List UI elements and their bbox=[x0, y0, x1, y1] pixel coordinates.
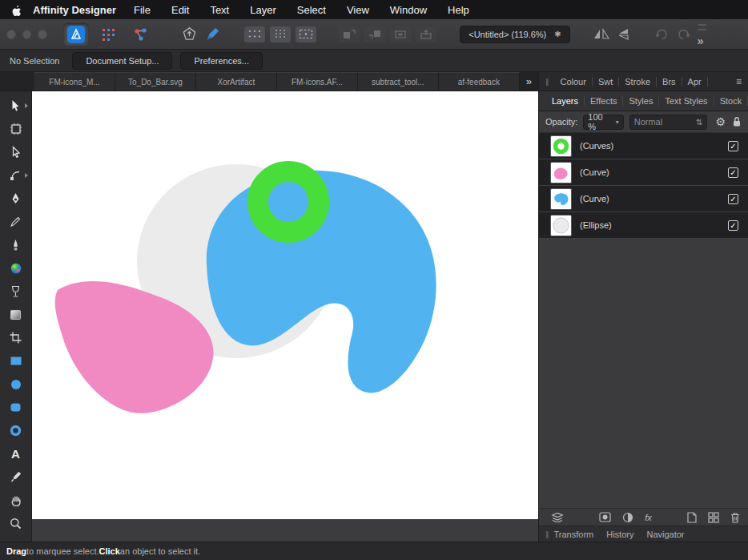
minimize-window-button[interactable] bbox=[22, 30, 32, 39]
insert-behind-icon[interactable] bbox=[339, 26, 360, 42]
app-menu[interactable]: Affinity Designer bbox=[33, 4, 116, 16]
flip-vertical-icon[interactable] bbox=[617, 28, 629, 40]
document-canvas[interactable] bbox=[32, 91, 538, 519]
tab-overflow-button[interactable]: » bbox=[520, 72, 538, 91]
pen-mode-icon[interactable] bbox=[205, 26, 220, 42]
zoom-window-button[interactable] bbox=[38, 30, 47, 39]
pencil-tool[interactable] bbox=[0, 210, 32, 233]
layer-effects-fx-button[interactable]: fx bbox=[645, 513, 652, 522]
rectangle-tool[interactable] bbox=[0, 349, 32, 373]
insert-inside-icon[interactable] bbox=[390, 26, 411, 42]
rotate-ccw-icon[interactable] bbox=[655, 28, 669, 40]
tab-navigator[interactable]: Navigator bbox=[646, 530, 684, 539]
mask-layer-icon[interactable] bbox=[599, 512, 611, 522]
insert-in-front-icon[interactable] bbox=[364, 26, 385, 42]
layer-label[interactable]: (Curves) bbox=[580, 141, 613, 151]
transparency-tool[interactable] bbox=[0, 280, 32, 303]
move-tool[interactable] bbox=[0, 94, 32, 117]
document-tab-5[interactable]: subtract_tool... bbox=[358, 72, 439, 91]
tab-text-styles[interactable]: Text Styles bbox=[659, 96, 714, 106]
artistic-text-tool[interactable]: A bbox=[0, 442, 32, 465]
layer-label[interactable]: (Curve) bbox=[580, 167, 609, 177]
tab-brushes[interactable]: Brs bbox=[657, 77, 682, 87]
layer-row-ellipse[interactable]: (Ellipse) ✓ bbox=[539, 212, 748, 239]
tab-effects[interactable]: Effects bbox=[585, 96, 623, 106]
zoom-tool[interactable] bbox=[0, 512, 32, 535]
document-tab-4[interactable]: FM-icons.AF... bbox=[277, 72, 358, 91]
tab-colour[interactable]: Colour bbox=[555, 77, 593, 87]
menu-window[interactable]: Window bbox=[390, 4, 427, 16]
layer-label[interactable]: (Ellipse) bbox=[580, 220, 612, 230]
layer-visibility-checkbox[interactable]: ✓ bbox=[728, 167, 738, 178]
layer-list-empty-area[interactable] bbox=[539, 239, 748, 508]
tab-swatches[interactable]: Swt bbox=[593, 77, 619, 87]
layer-label[interactable]: (Curve) bbox=[580, 194, 609, 203]
ellipse-tool[interactable] bbox=[0, 373, 32, 396]
layer-order-icon[interactable] bbox=[551, 512, 564, 522]
tab-transform[interactable]: Transform bbox=[554, 530, 594, 539]
layer-thumbnail-blue-blob[interactable] bbox=[550, 188, 572, 210]
fill-tool[interactable] bbox=[0, 256, 32, 280]
menu-file[interactable]: File bbox=[134, 4, 151, 16]
close-window-button[interactable] bbox=[6, 30, 16, 39]
menu-layer[interactable]: Layer bbox=[250, 4, 276, 16]
layer-thumbnail-pink-blob[interactable] bbox=[550, 162, 572, 183]
menu-view[interactable]: View bbox=[347, 4, 369, 16]
document-title-dropdown[interactable]: <Untitled> (119.6%) ✱ bbox=[460, 26, 569, 43]
adjustment-layer-icon[interactable] bbox=[622, 512, 633, 523]
snapping-preset-icon-1[interactable] bbox=[244, 26, 265, 42]
artboard-tool[interactable] bbox=[0, 117, 32, 140]
snapping-preset-icon-3[interactable] bbox=[296, 26, 316, 42]
menu-text[interactable]: Text bbox=[210, 4, 229, 16]
colour-picker-tool[interactable] bbox=[0, 465, 32, 489]
layer-settings-gear-icon[interactable]: ⚙ bbox=[715, 115, 726, 128]
toolbar-overflow-button[interactable]: » bbox=[694, 22, 742, 47]
menu-edit[interactable]: Edit bbox=[171, 4, 189, 16]
layer-visibility-checkbox[interactable]: ✓ bbox=[728, 220, 738, 231]
snapping-preset-icon-2[interactable] bbox=[270, 26, 291, 42]
lock-icon[interactable] bbox=[732, 116, 742, 127]
pixel-persona-button[interactable] bbox=[95, 23, 122, 46]
document-tab-3[interactable]: XorArtifact bbox=[196, 72, 277, 91]
order-icon[interactable] bbox=[698, 22, 710, 34]
document-modified-star-icon[interactable]: ✱ bbox=[554, 30, 561, 38]
layer-thumbnail-green-donut[interactable] bbox=[550, 135, 572, 157]
add-layer-icon[interactable] bbox=[687, 512, 697, 523]
layer-visibility-checkbox[interactable]: ✓ bbox=[728, 194, 738, 204]
menu-select[interactable]: Select bbox=[297, 4, 326, 16]
tab-layers[interactable]: Layers bbox=[544, 96, 585, 106]
preferences-button[interactable]: Preferences... bbox=[180, 52, 262, 70]
layer-row-pink-curve[interactable]: (Curve) ✓ bbox=[539, 159, 748, 186]
rounded-rectangle-tool[interactable] bbox=[0, 396, 32, 419]
panel-menu-icon[interactable]: ≡ bbox=[736, 76, 743, 87]
document-tab-2[interactable]: To_Do_Bar.svg bbox=[115, 72, 196, 91]
place-document-icon[interactable] bbox=[182, 26, 197, 42]
panel-grip-icon[interactable]: ∥ bbox=[545, 530, 549, 538]
view-tool[interactable] bbox=[0, 489, 32, 512]
opacity-dropdown[interactable]: 100 % ▾ bbox=[583, 115, 623, 130]
corner-tool[interactable] bbox=[0, 163, 32, 187]
place-image-tool[interactable] bbox=[0, 303, 32, 326]
document-setup-button[interactable]: Document Setup... bbox=[72, 52, 172, 70]
insert-on-top-icon[interactable] bbox=[416, 26, 436, 42]
tab-history[interactable]: History bbox=[606, 530, 633, 539]
add-group-icon[interactable] bbox=[708, 512, 719, 523]
layer-visibility-checkbox[interactable]: ✓ bbox=[728, 141, 738, 151]
tab-stroke[interactable]: Stroke bbox=[619, 77, 657, 87]
tab-styles[interactable]: Styles bbox=[623, 96, 659, 106]
document-tab-6[interactable]: af-feedback bbox=[439, 72, 520, 91]
donut-shape-tool[interactable] bbox=[0, 419, 32, 442]
apple-menu-icon[interactable] bbox=[11, 4, 22, 16]
vector-crop-tool[interactable] bbox=[0, 326, 32, 349]
export-persona-button[interactable] bbox=[128, 23, 155, 46]
pasteboard[interactable] bbox=[32, 519, 538, 542]
blend-mode-dropdown[interactable]: Normal ⇅ bbox=[629, 115, 708, 130]
document-tab-1[interactable]: FM-icons_M... bbox=[34, 72, 115, 91]
panel-grip-icon[interactable]: ∥ bbox=[545, 78, 550, 86]
flip-horizontal-icon[interactable] bbox=[593, 28, 609, 40]
layer-row-blue-curve[interactable]: (Curve) ✓ bbox=[539, 186, 748, 212]
designer-persona-button[interactable] bbox=[63, 23, 90, 46]
toolbar-overflow-chevron[interactable]: » bbox=[698, 34, 704, 47]
menu-help[interactable]: Help bbox=[448, 4, 469, 16]
pen-tool[interactable] bbox=[0, 187, 32, 210]
